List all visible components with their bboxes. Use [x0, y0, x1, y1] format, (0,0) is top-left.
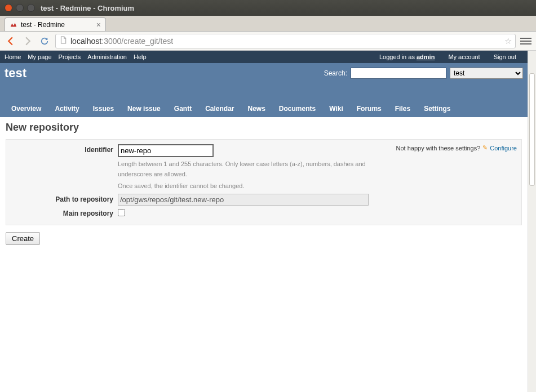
scrollbar-vertical[interactable] [528, 51, 536, 392]
tab-close-icon[interactable]: × [96, 21, 101, 29]
create-button[interactable]: Create [6, 232, 40, 245]
identifier-label: Identifier [11, 144, 118, 191]
page-content: Home My page Projects Administration Hel… [0, 51, 528, 392]
page-icon [59, 36, 67, 46]
redmine-header: test Search: test Overview Activity Issu… [0, 63, 528, 117]
configure-link[interactable]: Configure [490, 145, 517, 152]
form-box: Not happy with these settings? ✎ Configu… [6, 139, 522, 225]
main-repo-checkbox[interactable] [118, 209, 125, 216]
search-label: Search: [324, 69, 347, 77]
logged-in-as: Logged in as admin [379, 54, 441, 60]
contextual-text: Not happy with these settings? [396, 145, 480, 152]
window-buttons [5, 4, 35, 12]
back-button[interactable] [5, 35, 17, 47]
menu-issues[interactable]: Issues [86, 101, 121, 117]
forward-button[interactable] [21, 35, 34, 47]
menu-newissue[interactable]: New issue [121, 101, 167, 117]
menu-calendar[interactable]: Calendar [198, 101, 241, 117]
field-path: Path to repository [11, 194, 517, 206]
bookmark-star-icon[interactable]: ☆ [504, 36, 512, 46]
logged-prefix: Logged in as [379, 54, 417, 60]
scrollbar-thumb[interactable] [529, 73, 535, 186]
address-bar[interactable]: localhost:3000/create_git/test ☆ [55, 34, 516, 48]
menu-wiki[interactable]: Wiki [322, 101, 350, 117]
identifier-hint-1: Length between 1 and 255 characters. Onl… [118, 159, 400, 179]
window-minimize-button[interactable] [16, 4, 24, 12]
window-maximize-button[interactable] [27, 4, 35, 12]
path-label: Path to repository [11, 194, 118, 206]
identifier-hint-2: Once saved, the identifier cannot be cha… [118, 181, 400, 191]
search-area: Search: test [324, 68, 523, 79]
identifier-input[interactable] [118, 144, 214, 157]
top-menu-home[interactable]: Home [5, 54, 21, 60]
menu-documents[interactable]: Documents [272, 101, 322, 117]
top-menu-projects[interactable]: Projects [59, 54, 81, 60]
top-menu-help[interactable]: Help [134, 54, 147, 60]
menu-files[interactable]: Files [388, 101, 417, 117]
url-path: /create_git/test [121, 37, 173, 46]
project-title: test [5, 66, 26, 81]
browser-menu-button[interactable] [520, 38, 531, 44]
main-repo-label: Main repository [11, 208, 118, 218]
top-menu-mypage[interactable]: My page [28, 54, 51, 60]
field-main-repo: Main repository [11, 208, 517, 218]
url-text: localhost:3000/create_git/test [70, 37, 173, 46]
page-heading: New repository [6, 122, 522, 133]
path-input[interactable] [118, 194, 369, 206]
url-host: localhost [70, 37, 101, 46]
main-menu: Overview Activity Issues New issue Gantt… [5, 101, 523, 117]
browser-tab[interactable]: test - Redmine × [5, 17, 106, 31]
browser-tab-bar: test - Redmine × [0, 16, 536, 32]
pencil-icon: ✎ [482, 144, 488, 152]
menu-forums[interactable]: Forums [350, 101, 388, 117]
top-menu-myaccount[interactable]: My account [448, 54, 480, 60]
window-close-button[interactable] [5, 4, 12, 12]
redmine-favicon [10, 21, 17, 29]
logged-user-link[interactable]: admin [417, 54, 435, 60]
menu-news[interactable]: News [241, 101, 272, 117]
url-port: :3000 [101, 37, 121, 46]
window-titlebar: test - Redmine - Chromium [0, 0, 536, 16]
window-title: test - Redmine - Chromium [41, 4, 134, 12]
redmine-top-menu: Home My page Projects Administration Hel… [0, 51, 528, 63]
top-menu-signout[interactable]: Sign out [494, 54, 516, 60]
browser-toolbar: localhost:3000/create_git/test ☆ [0, 32, 536, 51]
search-input[interactable] [351, 68, 446, 79]
reload-button[interactable] [38, 35, 51, 47]
contextual-hint: Not happy with these settings? ✎ Configu… [396, 144, 517, 152]
menu-gantt[interactable]: Gantt [167, 101, 198, 117]
menu-overview[interactable]: Overview [5, 101, 48, 117]
menu-settings[interactable]: Settings [417, 101, 457, 117]
project-jump-select[interactable]: test [450, 68, 523, 79]
menu-activity[interactable]: Activity [48, 101, 86, 117]
main-content: New repository Not happy with these sett… [0, 117, 528, 250]
tab-title: test - Redmine [21, 21, 65, 29]
top-menu-administration[interactable]: Administration [87, 54, 127, 60]
